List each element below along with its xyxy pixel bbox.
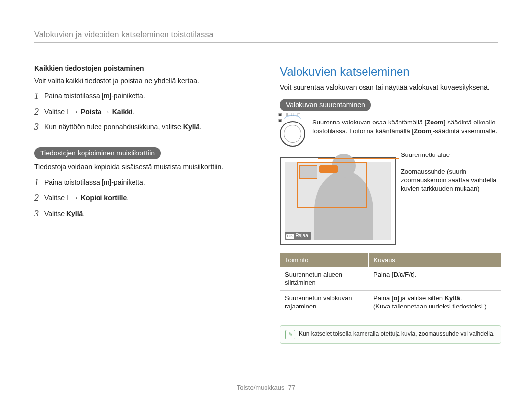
t: ]-säädintä vasemmalle. (431, 127, 497, 135)
ok-text: Rajaa (296, 233, 308, 238)
step-row: 2 Valitse L → Kopioi kortille. (34, 193, 261, 203)
step-text: Valitse L → Poista → Kaikki. (44, 107, 261, 117)
section-title: Valokuvien katseleminen (280, 64, 501, 80)
zoom-text: Suurenna valokuvan osaa kääntämällä [Zoo… (312, 118, 501, 135)
th-function: Toiminto (280, 253, 368, 267)
cell-desc: Paina [o] ja valitse sitten Kyllä. (Kuva… (368, 290, 501, 314)
step-text: Paina toistotilassa [m]-painiketta. (44, 92, 261, 101)
menu-icon: m (104, 92, 110, 100)
note-text: Kun katselet toisella kameralla otettuja… (299, 330, 495, 338)
viewer-labels: Suurennettu alue Zoomaussuhde (suurin zo… (401, 149, 499, 193)
actions-table: Toiminto Kuvaus Suurennetun alueen siirt… (280, 253, 501, 314)
step-number: 1 (34, 92, 44, 101)
t: . (460, 294, 462, 302)
cell-func: Suurennetun valokuvan rajaaminen (280, 290, 368, 314)
ok-icon: OK (286, 234, 294, 239)
table-row: Suurennetun valokuvan rajaaminen Paina [… (280, 290, 501, 314)
leader-line-icon (318, 158, 399, 159)
zoom-marks: ▣ ▯ ▯ ◻ ▣ (278, 111, 304, 123)
delete-all-desc: Voit valita kaikki tiedostot ja poistaa … (34, 76, 261, 86)
delete-all-title: Kaikkien tiedostojen poistaminen (34, 64, 261, 73)
viewer-row: OKRajaa Suurennettu alue Zoomaussuhde (s… (280, 149, 501, 245)
step-text: Paina toistotilassa [m]-painiketta. (44, 178, 261, 187)
step-number: 2 (34, 107, 44, 117)
table-row: Suurennetun alueen siirtäminen Paina [D/… (280, 267, 501, 291)
bold: Poista (81, 108, 101, 116)
header-rule (34, 42, 498, 43)
step-number: 3 (34, 123, 44, 132)
viewer-inner (285, 162, 391, 240)
t: ] ja valitse sitten (397, 294, 444, 302)
arrow: → (70, 108, 81, 116)
step-row: 1 Paina toistotilassa [m]-painiketta. (34, 178, 261, 187)
delete-all-steps: 1 Paina toistotilassa [m]-painiketta. 2 … (34, 92, 261, 132)
t: ]-painiketta. (109, 92, 145, 100)
t: Paina toistotilassa [ (44, 92, 104, 100)
note-box: ✎ Kun katselet toisella kameralla otettu… (280, 325, 501, 344)
bold: D (393, 271, 398, 278)
t: . (83, 210, 85, 217)
menu-icon: m (104, 178, 110, 186)
bold: Kyllä (66, 210, 83, 217)
bold: Kyllä (445, 294, 460, 302)
t: . (133, 108, 134, 116)
step-row: 3 Kun näyttöön tulee ponnahdusikkuna, va… (34, 123, 261, 132)
t: Suurenna valokuvan osaa kääntämällä [ (312, 119, 426, 126)
left-column: Kaikkien tiedostojen poistaminen Voit va… (34, 64, 261, 224)
t: Valitse (44, 194, 66, 202)
t: ]-painiketta. (109, 178, 145, 186)
t: ]. (413, 271, 416, 278)
thumbnail-icon (299, 165, 317, 179)
bold: Kopioi kortille (81, 194, 127, 202)
note-icon: ✎ (285, 330, 295, 339)
step-text: Valitse Kyllä. (44, 209, 261, 218)
ok-crop-label: OKRajaa (285, 232, 311, 240)
spacer: Valokuvan suurentaminen (280, 99, 501, 111)
page: Valokuvien ja videoiden katseleminen toi… (0, 0, 532, 401)
t: Kun näyttöön tulee ponnahdusikkuna, vali… (44, 123, 183, 131)
section-intro: Voit suurentaa valokuvan osan tai näyttä… (280, 83, 501, 92)
page-header-title: Valokuvien ja videoiden katseleminen toi… (34, 30, 498, 40)
step-row: 2 Valitse L → Poista → Kaikki. (34, 107, 261, 117)
copy-pill: Tiedostojen kopioiminen muistikorttiin (34, 147, 161, 159)
step-number: 3 (34, 209, 44, 219)
footer-page: 77 (288, 384, 295, 391)
cell-func: Suurennetun alueen siirtäminen (280, 267, 368, 291)
footer-section: Toisto/muokkaus (237, 384, 285, 391)
t: . (127, 194, 129, 202)
step-number: 1 (34, 178, 44, 187)
cell-desc: Paina [D/c/F/t]. (368, 267, 501, 291)
page-footer: Toisto/muokkaus 77 (0, 383, 532, 392)
bold: Zoom (426, 119, 443, 126)
leader-line-icon (333, 172, 399, 172)
zoom-block: ▣ ▯ ▯ ◻ ▣ Suurenna valokuvan osaa kääntä… (280, 118, 501, 147)
bold: Zoom (414, 127, 431, 135)
step-row: 3 Valitse Kyllä. (34, 209, 261, 219)
label-enlarged-area: Suurennettu alue (401, 151, 499, 159)
right-column: Valokuvien katseleminen Voit suurentaa v… (280, 64, 501, 344)
step-number: 2 (34, 193, 44, 203)
bold: c (400, 271, 403, 278)
bold: Kaikki (112, 108, 133, 116)
step-row: 1 Paina toistotilassa [m]-painiketta. (34, 92, 261, 101)
zoom-pill: Valokuvan suurentaminen (280, 99, 371, 111)
t: (Kuva tallennetaan uudeksi tiedostoksi.) (373, 303, 487, 310)
t: Valitse (44, 210, 66, 217)
t: Paina [ (373, 294, 393, 302)
t: . (200, 123, 201, 131)
label-zoom-ratio: Zoomaussuhde (suurin zoomauskerroin saat… (401, 167, 499, 193)
copy-desc: Tiedostoja voidaan kopioida sisäisestä m… (34, 162, 261, 172)
th-description: Kuvaus (368, 253, 501, 267)
t: Paina [ (373, 271, 393, 278)
table-header-row: Toiminto Kuvaus (280, 253, 501, 267)
zoom-dial-icon: ▣ ▯ ▯ ◻ ▣ (280, 121, 305, 147)
bold: Kyllä (183, 123, 200, 131)
step-text: Kun näyttöön tulee ponnahdusikkuna, vali… (44, 123, 261, 132)
arrow: → (70, 194, 81, 202)
t: Valitse (44, 108, 66, 116)
t: Paina toistotilassa [ (44, 178, 104, 186)
person-silhouette-icon (314, 171, 373, 240)
copy-steps: 1 Paina toistotilassa [m]-painiketta. 2 … (34, 178, 261, 218)
arrow: → (101, 108, 112, 116)
step-text: Valitse L → Kopioi kortille. (44, 193, 261, 203)
